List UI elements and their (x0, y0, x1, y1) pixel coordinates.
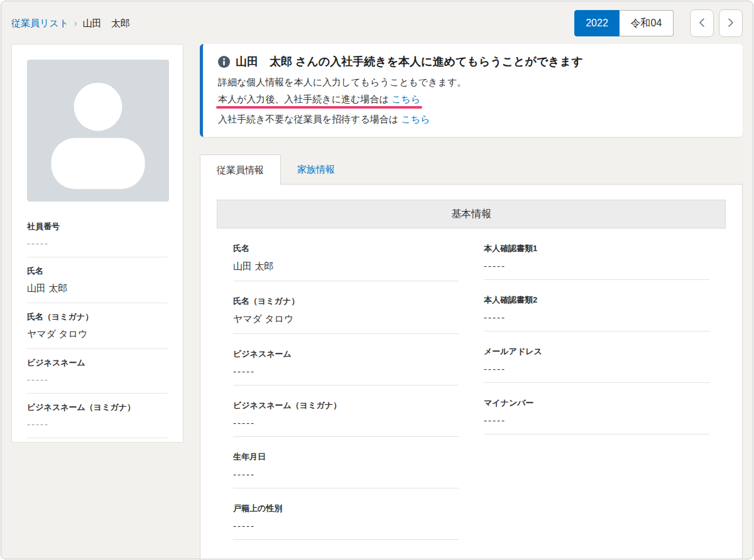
field-label: 氏名（ヨミガナ） (27, 311, 168, 323)
field-value: ----- (484, 363, 709, 374)
next-year-button[interactable] (719, 9, 743, 37)
field-birthdate: 生年月日 ----- (233, 451, 459, 488)
year-toggle: 2022 令和04 (574, 10, 674, 36)
fields-left-column: 氏名 山田 太郎 氏名（ヨミガナ） ヤマダ タロウ ビジネスネーム ----- (233, 229, 459, 540)
history-link[interactable]: 履歴一覧 (233, 559, 286, 559)
field-label: 生年月日 (233, 451, 459, 463)
banner-line-3-text: 入社手続き不要な従業員を招待する場合は (218, 114, 401, 124)
banner-line-3: 入社手続き不要な従業員を招待する場合は こちら (218, 113, 728, 126)
pink-highlighted-text: 本人が入力後、入社手続きに進む場合は こちら (218, 93, 420, 109)
banner-line-2: 本人が入力後、入社手続きに進む場合は こちら (218, 93, 728, 109)
field-value: ----- (233, 417, 459, 428)
field-value: ----- (233, 469, 459, 480)
topbar: 従業員リスト › 山田 太郎 2022 令和04 (1, 1, 753, 44)
field-name: 氏名 山田 太郎 (233, 243, 459, 281)
profile-field-business-name-kana: ビジネスネーム（ヨミガナ） ----- (27, 394, 168, 438)
field-business-name-kana: ビジネスネーム（ヨミガナ） ----- (233, 400, 459, 437)
field-label: ビジネスネーム (233, 348, 459, 360)
avatar (27, 60, 169, 202)
field-value: ----- (233, 366, 459, 377)
field-value: ヤマダ タロウ (27, 328, 168, 340)
field-value: ----- (484, 415, 709, 426)
field-value: ヤマダ タロウ (233, 313, 459, 325)
field-label: マイナンバー (484, 397, 709, 409)
basic-info-fields: 氏名 山田 太郎 氏名（ヨミガナ） ヤマダ タロウ ビジネスネーム ----- (217, 229, 726, 540)
field-label: 本人確認書類1 (484, 243, 709, 254)
year-japanese-button[interactable]: 令和04 (620, 10, 674, 36)
field-label: ビジネスネーム（ヨミガナ） (27, 402, 168, 413)
chevron-left-icon (699, 18, 705, 30)
field-value: ----- (27, 419, 168, 429)
field-name-kana: 氏名（ヨミガナ） ヤマダ タロウ (233, 296, 459, 334)
profile-field-business-name: ビジネスネーム ----- (27, 349, 168, 394)
history-link-label: 履歴一覧 (248, 559, 286, 559)
onboarding-info-banner: 山田 太郎 さんの入社手続きを本人に進めてもらうことができます 詳細な個人情報を… (200, 44, 743, 137)
tabs: 従業員情報 家族情報 (200, 154, 743, 185)
info-icon (218, 56, 230, 68)
field-id-document-2: 本人確認書類2 ----- (484, 294, 709, 331)
field-value: 山田 太郎 (233, 261, 459, 272)
content: 社員番号 ----- 氏名 山田 太郎 氏名（ヨミガナ） ヤマダ タロウ ビジネ… (1, 44, 753, 559)
breadcrumb-separator: › (74, 18, 77, 28)
field-email: メールアドレス ----- (484, 346, 709, 383)
field-value: ----- (484, 261, 709, 271)
year-western-button[interactable]: 2022 (574, 10, 620, 36)
profile-card: 社員番号 ----- 氏名 山田 太郎 氏名（ヨミガナ） ヤマダ タロウ ビジネ… (11, 44, 183, 443)
field-label: メールアドレス (484, 346, 709, 357)
invite-without-onboarding-link[interactable]: こちら (401, 114, 430, 124)
tab-employee-info[interactable]: 従業員情報 (200, 154, 281, 185)
breadcrumb-current: 山田 太郎 (83, 18, 130, 30)
field-label: 戸籍上の性別 (233, 503, 459, 514)
profile-field-name-kana: 氏名（ヨミガナ） ヤマダ タロウ (27, 303, 168, 349)
field-label: ビジネスネーム（ヨミガナ） (233, 400, 459, 411)
person-silhouette-icon (27, 60, 169, 202)
field-value: ----- (233, 520, 459, 531)
banner-title: 山田 太郎 さんの入社手続きを本人に進めてもらうことができます (236, 54, 583, 69)
field-value: ----- (484, 312, 709, 323)
field-label: 氏名 (233, 243, 459, 254)
field-my-number: マイナンバー ----- (484, 397, 709, 434)
field-label: 氏名（ヨミガナ） (233, 296, 459, 307)
field-label: 社員番号 (27, 221, 168, 232)
field-label: 本人確認書類2 (484, 294, 709, 306)
page: 従業員リスト › 山田 太郎 2022 令和04 (1, 1, 753, 559)
profile-field-employee-number: 社員番号 ----- (27, 213, 168, 257)
field-value: ----- (27, 238, 168, 249)
proceed-onboarding-link[interactable]: こちら (391, 94, 420, 104)
field-label: 氏名 (27, 266, 168, 277)
prev-year-button[interactable] (690, 9, 714, 37)
field-id-document-1: 本人確認書類1 ----- (484, 243, 709, 280)
tab-family-info[interactable]: 家族情報 (281, 154, 351, 185)
field-business-name: ビジネスネーム ----- (233, 348, 459, 385)
main: 山田 太郎 さんの入社手続きを本人に進めてもらうことができます 詳細な個人情報を… (200, 44, 743, 559)
banner-line-1: 詳細な個人情報を本人に入力してもらうこともできます。 (218, 76, 728, 89)
breadcrumb-link-employee-list[interactable]: 従業員リスト (11, 18, 68, 30)
year-controls: 2022 令和04 (574, 9, 743, 37)
field-value: 山田 太郎 (27, 283, 168, 294)
field-label: ビジネスネーム (27, 357, 168, 369)
field-legal-gender: 戸籍上の性別 ----- (233, 503, 459, 540)
field-value: ----- (27, 374, 168, 385)
employee-info-panel: 基本情報 氏名 山田 太郎 氏名（ヨミガナ） ヤマダ タロウ ビジネスネーム (200, 184, 743, 559)
profile-field-name: 氏名 山田 太郎 (27, 257, 168, 303)
basic-info-header: 基本情報 (217, 200, 726, 229)
breadcrumb: 従業員リスト › 山田 太郎 (11, 18, 130, 30)
chevron-right-icon (728, 18, 734, 30)
fields-right-column: 本人確認書類1 ----- 本人確認書類2 ----- メールアドレス ----… (484, 229, 709, 540)
banner-line-2-text: 本人が入力後、入社手続きに進む場合は (218, 94, 391, 104)
